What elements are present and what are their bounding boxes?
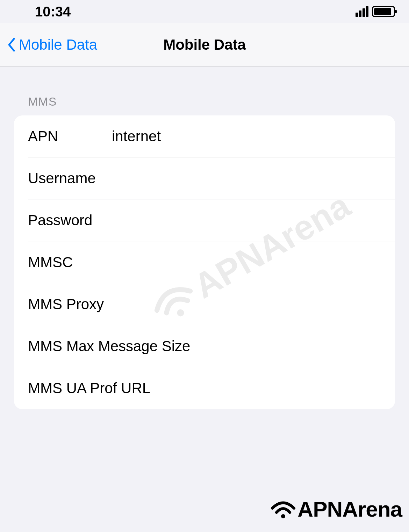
- content-area: MMS APN Username Password MMSC MMS Proxy…: [0, 67, 409, 409]
- section-header-mms: MMS: [14, 67, 395, 115]
- input-mmsc[interactable]: [112, 254, 381, 271]
- status-icons: [356, 6, 395, 17]
- back-label: Mobile Data: [19, 36, 97, 53]
- input-mms-ua-prof[interactable]: [196, 380, 381, 397]
- back-button[interactable]: Mobile Data: [7, 36, 97, 53]
- row-apn[interactable]: APN: [14, 115, 395, 157]
- status-time: 10:34: [35, 4, 71, 20]
- label-password: Password: [28, 212, 112, 229]
- row-mmsc[interactable]: MMSC: [14, 241, 395, 283]
- row-username[interactable]: Username: [14, 157, 395, 199]
- watermark-logo-text: APNArena: [297, 497, 402, 522]
- row-password[interactable]: Password: [14, 199, 395, 241]
- label-username: Username: [28, 170, 112, 187]
- watermark-bottom: APNArena: [271, 497, 402, 522]
- input-username[interactable]: [112, 170, 381, 187]
- chevron-back-icon: [7, 37, 15, 52]
- row-mms-max-size[interactable]: MMS Max Message Size: [14, 325, 395, 367]
- wifi-icon: [271, 499, 296, 519]
- label-mmsc: MMSC: [28, 254, 112, 271]
- label-mms-ua-prof: MMS UA Prof URL: [28, 380, 196, 397]
- row-mms-proxy[interactable]: MMS Proxy: [14, 283, 395, 325]
- cellular-signal-icon: [356, 6, 368, 17]
- input-mms-max-size[interactable]: [196, 338, 381, 355]
- svg-point-1: [281, 514, 285, 518]
- status-bar: 10:34: [0, 0, 409, 23]
- row-mms-ua-prof[interactable]: MMS UA Prof URL: [14, 367, 395, 409]
- input-mms-proxy[interactable]: [112, 296, 381, 313]
- settings-group-mms: APN Username Password MMSC MMS Proxy MMS…: [14, 115, 395, 409]
- battery-icon: [372, 6, 395, 17]
- label-apn: APN: [28, 128, 112, 145]
- label-mms-proxy: MMS Proxy: [28, 296, 112, 313]
- input-apn[interactable]: [112, 128, 381, 145]
- navigation-bar: Mobile Data Mobile Data: [0, 23, 409, 67]
- input-password[interactable]: [112, 212, 381, 229]
- page-title: Mobile Data: [163, 36, 246, 53]
- label-mms-max-size: MMS Max Message Size: [28, 338, 196, 355]
